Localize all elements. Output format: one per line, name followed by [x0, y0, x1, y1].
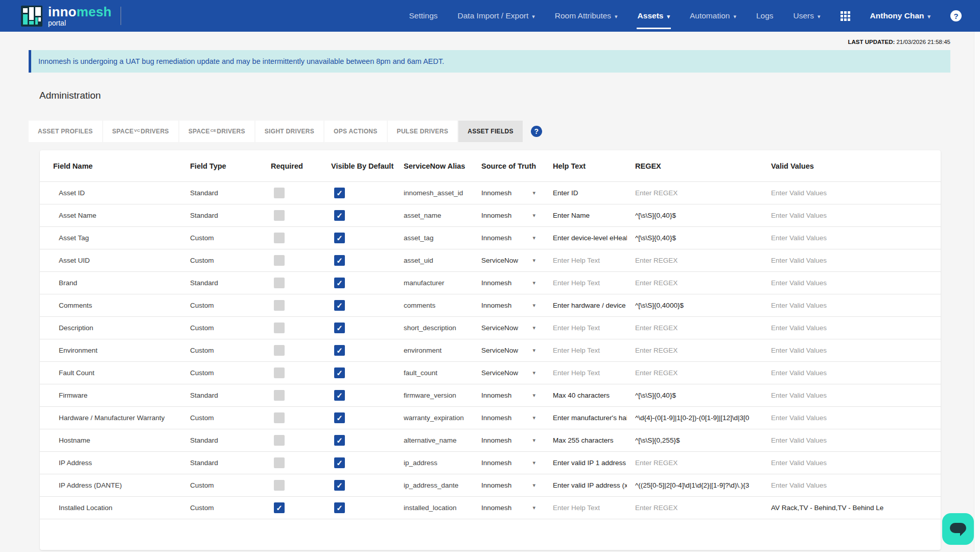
chat-launcher-button[interactable]: [942, 513, 974, 545]
valid-values-input[interactable]: [771, 481, 941, 489]
nav-item-settings[interactable]: Settings: [409, 0, 438, 32]
tab-asset-fields[interactable]: ASSET FIELDS: [458, 121, 523, 142]
source-of-truth-select[interactable]: Innomesh ▾: [481, 436, 535, 444]
regex-input[interactable]: [635, 347, 763, 354]
help-text-input[interactable]: [553, 459, 627, 467]
source-of-truth-select[interactable]: Innomesh ▾: [481, 459, 535, 467]
source-of-truth-select[interactable]: Innomesh ▾: [481, 212, 535, 219]
valid-values-input[interactable]: [771, 347, 941, 354]
required-checkbox[interactable]: [274, 480, 285, 491]
help-text-input[interactable]: [553, 481, 627, 489]
help-icon[interactable]: ?: [950, 10, 962, 21]
required-checkbox[interactable]: [274, 435, 285, 446]
tab-asset-profiles[interactable]: ASSET PROFILES: [29, 121, 102, 142]
source-of-truth-select[interactable]: Innomesh ▾: [481, 189, 535, 197]
required-checkbox[interactable]: [274, 412, 285, 423]
visible-by-default-checkbox[interactable]: [334, 367, 345, 378]
valid-values-input[interactable]: [771, 302, 941, 309]
source-of-truth-select[interactable]: Innomesh ▾: [481, 392, 535, 399]
help-text-input[interactable]: [553, 257, 627, 264]
visible-by-default-checkbox[interactable]: [334, 345, 345, 356]
visible-by-default-checkbox[interactable]: [334, 300, 345, 311]
required-checkbox[interactable]: [274, 323, 285, 333]
required-checkbox[interactable]: [274, 390, 285, 401]
regex-input[interactable]: [635, 257, 763, 264]
visible-by-default-checkbox[interactable]: [334, 435, 345, 446]
visible-by-default-checkbox[interactable]: [334, 278, 345, 288]
nav-item-assets[interactable]: Assets ▾: [638, 0, 670, 32]
help-text-input[interactable]: [553, 212, 627, 219]
valid-values-input[interactable]: [771, 324, 941, 332]
user-menu[interactable]: Anthony Chan ▾: [870, 0, 930, 32]
source-of-truth-select[interactable]: ServiceNow ▾: [481, 257, 535, 264]
visible-by-default-checkbox[interactable]: [334, 323, 345, 333]
nav-item-automation[interactable]: Automation ▾: [690, 0, 736, 32]
required-checkbox[interactable]: [274, 457, 285, 468]
help-text-input[interactable]: [553, 436, 627, 444]
required-checkbox[interactable]: [274, 502, 285, 513]
regex-input[interactable]: [635, 414, 763, 422]
source-of-truth-select[interactable]: ServiceNow ▾: [481, 324, 535, 332]
valid-values-input[interactable]: [771, 436, 941, 444]
required-checkbox[interactable]: [274, 210, 285, 221]
regex-input[interactable]: [635, 302, 763, 309]
visible-by-default-checkbox[interactable]: [334, 457, 345, 468]
source-of-truth-select[interactable]: Innomesh ▾: [481, 302, 535, 309]
nav-item-users[interactable]: Users ▾: [794, 0, 821, 32]
valid-values-input[interactable]: [771, 414, 941, 422]
scrollbar[interactable]: [974, 32, 980, 552]
regex-input[interactable]: [635, 189, 763, 197]
tab-space-drivers[interactable]: SPACECE DRIVERS: [179, 121, 254, 142]
source-of-truth-select[interactable]: ServiceNow ▾: [481, 347, 535, 354]
tab-sight-drivers[interactable]: SIGHT DRIVERS: [255, 121, 323, 142]
valid-values-input[interactable]: [771, 257, 941, 264]
valid-values-input[interactable]: [771, 234, 941, 242]
help-text-input[interactable]: [553, 234, 627, 242]
brand-logo[interactable]: innomesh portal: [20, 5, 111, 27]
tabs-help-icon[interactable]: ?: [531, 126, 542, 137]
tab-space-drivers[interactable]: SPACEVC DRIVERS: [103, 121, 178, 142]
required-checkbox[interactable]: [274, 367, 285, 378]
nav-item-room-attributes[interactable]: Room Attributes ▾: [555, 0, 618, 32]
required-checkbox[interactable]: [274, 345, 285, 356]
help-text-input[interactable]: [553, 369, 627, 377]
source-of-truth-select[interactable]: Innomesh ▾: [481, 481, 535, 489]
source-of-truth-select[interactable]: ServiceNow ▾: [481, 369, 535, 377]
regex-input[interactable]: [635, 436, 763, 444]
apps-grid-icon[interactable]: [841, 11, 850, 21]
valid-values-input[interactable]: [771, 212, 941, 219]
help-text-input[interactable]: [553, 279, 627, 287]
tab-pulse-drivers[interactable]: PULSE DRIVERS: [388, 121, 458, 142]
regex-input[interactable]: [635, 212, 763, 219]
help-text-input[interactable]: [553, 504, 627, 512]
valid-values-input[interactable]: [771, 504, 941, 512]
source-of-truth-select[interactable]: Innomesh ▾: [481, 504, 535, 512]
help-text-input[interactable]: [553, 414, 627, 422]
source-of-truth-select[interactable]: Innomesh ▾: [481, 279, 535, 287]
required-checkbox[interactable]: [274, 188, 285, 198]
nav-item-data-import-export[interactable]: Data Import / Export ▾: [458, 0, 535, 32]
regex-input[interactable]: [635, 369, 763, 377]
help-text-input[interactable]: [553, 392, 627, 399]
help-text-input[interactable]: [553, 189, 627, 197]
help-text-input[interactable]: [553, 347, 627, 354]
required-checkbox[interactable]: [274, 255, 285, 266]
regex-input[interactable]: [635, 392, 763, 399]
visible-by-default-checkbox[interactable]: [334, 255, 345, 266]
valid-values-input[interactable]: [771, 189, 941, 197]
visible-by-default-checkbox[interactable]: [334, 412, 345, 423]
required-checkbox[interactable]: [274, 300, 285, 311]
nav-item-logs[interactable]: Logs: [756, 0, 774, 32]
regex-input[interactable]: [635, 504, 763, 512]
visible-by-default-checkbox[interactable]: [334, 390, 345, 401]
visible-by-default-checkbox[interactable]: [334, 210, 345, 221]
regex-input[interactable]: [635, 459, 763, 467]
source-of-truth-select[interactable]: Innomesh ▾: [481, 414, 535, 422]
tab-ops-actions[interactable]: OPS ACTIONS: [324, 121, 387, 142]
regex-input[interactable]: [635, 279, 763, 287]
valid-values-input[interactable]: [771, 459, 941, 467]
regex-input[interactable]: [635, 234, 763, 242]
source-of-truth-select[interactable]: Innomesh ▾: [481, 234, 535, 242]
visible-by-default-checkbox[interactable]: [334, 188, 345, 198]
valid-values-input[interactable]: [771, 369, 941, 377]
